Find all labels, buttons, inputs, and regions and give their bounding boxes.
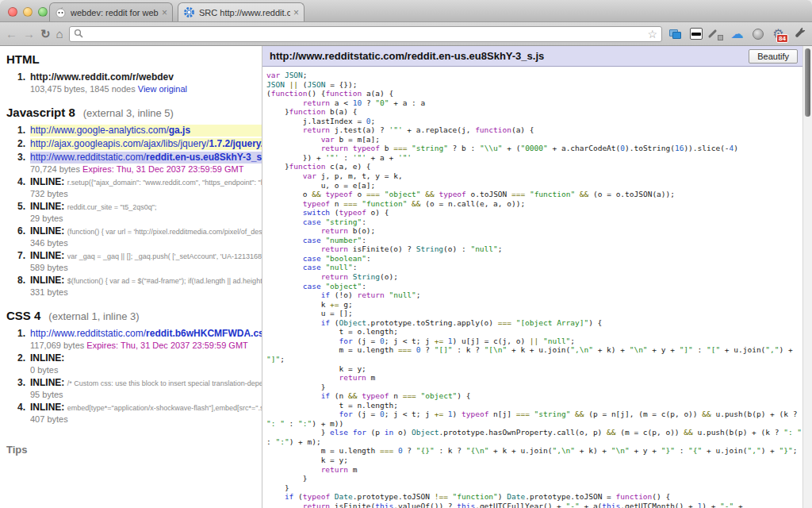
resource-item: 3.INLINE: /* Custom css: use this block … [6,377,262,400]
inline-resource: INLINE: (function() { var url = 'http://… [30,225,262,237]
resource-detail: 589 bytes [30,262,262,273]
browser-toolbar: ← → ↻ ⌂ ☆ ☁ ⚙84 [0,22,812,46]
resource-detail: 103,475 bytes, 1845 nodes View original [30,83,262,94]
beautify-button[interactable]: Beautify [749,49,798,64]
wrench-menu-icon[interactable] [791,26,806,41]
tab-title: webdev: reddit for web deve [71,8,159,17]
section-meta: (external 1, inline 3) [48,310,139,322]
close-tab-icon[interactable]: × [162,9,167,17]
resource-item: 2.http://ajax.googleapis.com/ajax/libs/j… [6,138,262,150]
resource-item: 3.http://www.redditstatic.com/reddit.en-… [6,152,262,175]
inline-snippet: r.setup({"ajax_domain": "www.reddit.com"… [67,179,262,187]
photos-extension-icon[interactable] [668,26,683,41]
resource-sections: HTML1.http://www.reddit.com/r/webdev103,… [6,52,262,425]
address-bar[interactable]: ☆ [69,26,662,42]
resource-detail: 732 bytes [30,188,262,199]
resource-item: 4.INLINE: r.setup({"ajax_domain": "www.r… [6,176,262,199]
item-number: 2. [6,352,25,375]
tab-title: SRC http://www.reddit.com/ [199,8,290,17]
resource-detail: 117,069 bytes Expires: Thu, 31 Dec 2037 … [30,340,262,351]
resource-detail: 95 bytes [30,389,262,400]
record-extension-icon[interactable] [750,26,765,41]
resource-item: 1.http://www.google-analytics.com/ga.js [6,125,262,137]
resource-item: 8.INLINE: $(function() { var ad = $("#ad… [6,275,262,298]
resource-detail: 70,724 bytes Expires: Thu, 31 Dec 2037 2… [30,164,262,175]
inline-resource: INLINE: [30,352,262,364]
resources-panel: HTML1.http://www.reddit.com/r/webdev103,… [0,46,262,508]
item-number: 7. [6,250,25,273]
back-icon[interactable]: ← [6,27,17,41]
resource-detail: 407 bytes [30,414,262,425]
section-heading: CSS 4(external 1, inline 3) [6,309,262,323]
reload-icon[interactable]: ↻ [40,27,51,41]
resource-link[interactable]: http://www.reddit.com/r/webdev [30,71,262,83]
blue-gear-icon [183,6,195,18]
tab-src-viewer[interactable]: SRC http://www.reddit.com/ × [178,2,304,21]
tab-webdev[interactable]: webdev: reddit for web deve × [49,2,173,21]
section-title: Javascript 8 [6,106,75,119]
item-number: 2. [6,138,25,150]
resource-item: 1.http://www.redditstatic.com/reddit.b6w… [6,328,262,351]
resource-link[interactable]: http://www.redditstatic.com/reddit.en-us… [30,152,262,164]
bookmark-star-icon[interactable]: ☆ [647,28,657,40]
address-input[interactable] [87,29,644,40]
resource-section: Javascript 8(external 3, inline 5)1.http… [6,106,262,298]
resource-item: 2.INLINE: 0 bytes [6,352,262,375]
search-icon [74,27,83,41]
resource-link[interactable]: http://ajax.googleapis.com/ajax/libs/jqu… [30,138,262,150]
minimize-window-button[interactable] [23,7,33,17]
extension-badge: 84 [776,34,788,43]
inline-resource: INLINE: var _gaq = _gaq || []; _gaq.push… [30,250,262,262]
sunglasses-extension-icon[interactable] [688,26,703,41]
inline-resource: INLINE: /* Custom css: use this block to… [30,377,262,389]
item-number: 1. [6,125,25,137]
resource-item: 1.http://www.reddit.com/r/webdev103,475 … [6,71,262,94]
home-icon[interactable]: ⌂ [56,27,63,41]
cloud-extension-icon[interactable]: ☁ [730,26,745,41]
resource-detail: 0 bytes [30,364,262,375]
tips-heading: Tips [6,444,262,456]
item-number: 6. [6,225,25,248]
resource-item: 4.INLINE: embed[type*="application/x-sho… [6,402,262,425]
resource-section: CSS 4(external 1, inline 3)1.http://www.… [6,309,262,425]
title-bar: webdev: reddit for web deve × SRC http:/… [0,0,812,22]
source-code: var JSON; JSON || (JSON = {}); (function… [262,67,802,508]
vertical-scrollbar[interactable] [802,46,812,508]
resource-link[interactable]: http://www.google-analytics.com/ga.js [30,125,262,137]
item-number: 4. [6,176,25,199]
section-heading: Javascript 8(external 3, inline 5) [6,106,262,120]
gear-extension-icon[interactable]: ⚙84 [771,26,786,41]
resource-item: 7.INLINE: var _gaq = _gaq || []; _gaq.pu… [6,250,262,273]
section-title: HTML [6,52,40,66]
section-meta: (external 3, inline 5) [83,107,174,119]
resource-detail: 29 bytes [30,213,262,224]
source-viewer-panel: http://www.redditstatic.com/reddit.en-us… [262,46,802,508]
source-header: http://www.redditstatic.com/reddit.en-us… [262,46,802,67]
item-number: 5. [6,201,25,224]
eyedropper-extension-icon[interactable] [709,26,724,41]
view-original-link[interactable]: View original [138,84,187,94]
close-tab-icon[interactable]: × [293,9,299,17]
reddit-alien-icon [55,6,67,18]
section-title: CSS 4 [6,309,40,322]
item-number: 8. [6,275,25,298]
resource-detail: 346 bytes [30,237,262,248]
resource-link[interactable]: http://www.redditstatic.com/reddit.b6wHK… [30,328,262,340]
inline-resource: INLINE: reddit.cur_site = "t5_2qs0q"; [30,201,262,213]
inline-resource: INLINE: r.setup({"ajax_domain": "www.red… [30,176,262,188]
inline-snippet: var _gaq = _gaq || []; _gaq.push( ['_set… [67,252,262,260]
item-number: 3. [6,377,25,400]
forward-icon[interactable]: → [23,27,35,41]
zoom-window-button[interactable] [38,7,48,17]
inline-snippet: (function() { var url = 'http://pixel.re… [67,228,262,236]
item-number: 3. [6,152,25,175]
resource-section: HTML1.http://www.reddit.com/r/webdev103,… [6,52,262,94]
inline-snippet: embed[type*="application/x-shockwave-fla… [67,404,262,412]
inline-snippet: $(function() { var ad = $("#ad-frame"); … [67,277,262,285]
resource-item: 5.INLINE: reddit.cur_site = "t5_2qs0q";2… [6,201,262,224]
close-window-button[interactable] [8,7,17,17]
scrollbar-thumb[interactable] [805,48,810,117]
source-url-title: http://www.redditstatic.com/reddit.en-us… [270,50,749,62]
item-number: 1. [6,328,25,351]
resource-detail: 331 bytes [30,287,262,298]
